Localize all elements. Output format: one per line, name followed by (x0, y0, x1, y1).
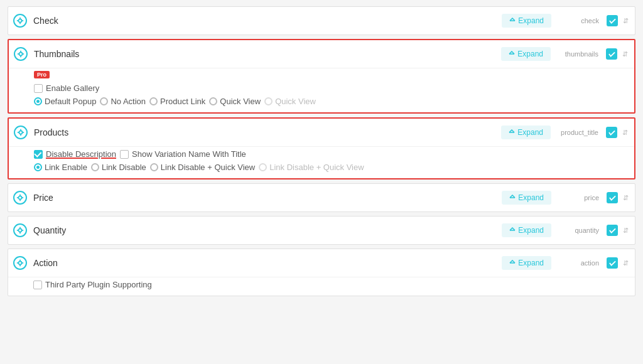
products-checkbox-label-1[interactable]: Show Variation Name With Title (120, 149, 246, 159)
products-checkbox-text-1: Show Variation Name With Title (132, 149, 246, 159)
right-section: Expandproduct_title⇵ (501, 126, 628, 139)
section-price: Price Expandprice⇵ (8, 183, 635, 212)
svg-point-15 (18, 196, 21, 199)
svg-point-0 (18, 19, 21, 22)
section-key-quantity: quantity (561, 227, 599, 234)
section-header-products: Products Expandproduct_title⇵ (9, 119, 634, 146)
thumbnails-radios-row: Default PopupNo ActionProduct LinkQuick … (34, 97, 628, 106)
toggle-action[interactable] (607, 257, 618, 269)
section-body-products: Disable DescriptionShow Variation Name W… (9, 146, 634, 178)
drag-icon[interactable] (13, 256, 27, 270)
products-checkbox-text-0: Disable Description (46, 149, 116, 159)
products-radio-2[interactable]: Link Disable + Quick View (150, 163, 255, 172)
section-title-quantity: Quantity (33, 225, 502, 235)
products-radio-0[interactable]: Link Enable (34, 163, 87, 172)
products-checkbox-0[interactable] (34, 150, 43, 159)
drag-icon[interactable] (13, 191, 27, 205)
section-title-action: Action (33, 258, 502, 268)
thumbnails-radio-btn-3[interactable] (209, 97, 217, 105)
section-drag-handle[interactable]: ⇵ (623, 17, 629, 25)
section-body-action: Third Party Plugin Supporting (8, 277, 635, 296)
right-section: Expandprice⇵ (502, 191, 629, 205)
section-key-check: check (561, 17, 599, 24)
section-header-quantity: Quantity Expandquantity⇵ (8, 217, 635, 244)
thumbnails-radio-btn-1[interactable] (100, 97, 108, 105)
thumbnails-radio-4: Quick View (264, 97, 316, 106)
thumbnails-radio-text-2: Product Link (160, 97, 205, 106)
thumbnails-row1: Pro (34, 71, 628, 80)
toggle-check[interactable] (607, 15, 618, 26)
action-checkbox-label-0[interactable]: Third Party Plugin Supporting (33, 280, 152, 289)
toggle-price[interactable] (607, 192, 618, 203)
products-radio-text-0: Link Enable (45, 163, 87, 172)
products-checkbox-1[interactable] (120, 150, 129, 159)
gallery-checkbox-label[interactable]: Enable Gallery (34, 83, 99, 93)
thumbnails-radio-text-3: Quick View (220, 97, 261, 106)
svg-point-10 (19, 131, 22, 134)
section-drag-handle[interactable]: ⇵ (622, 50, 628, 58)
section-header-check: Check Expandcheck⇵ (8, 7, 635, 35)
expand-button-quantity[interactable]: Expand (502, 223, 551, 237)
action-checkbox-0[interactable] (33, 281, 42, 289)
toggle-products[interactable] (606, 127, 617, 138)
thumbnails-radio-btn-2[interactable] (149, 97, 158, 105)
thumbnails-radio-3[interactable]: Quick View (209, 97, 261, 106)
toggle-thumbnails[interactable] (606, 48, 617, 60)
section-key-price: price (561, 194, 599, 201)
products-radio-3: Link Disable + Quick View (259, 163, 364, 172)
section-header-thumbnails: Thumbnails Expandthumbnails⇵ (9, 40, 634, 68)
thumbnails-radio-btn-4 (264, 97, 273, 105)
drag-icon[interactable] (13, 223, 27, 237)
section-title-check: Check (33, 16, 502, 26)
thumbnails-radio-text-0: Default Popup (45, 97, 96, 106)
expand-button-price[interactable]: Expand (502, 191, 551, 205)
section-header-price: Price Expandprice⇵ (8, 184, 635, 211)
right-section: Expandquantity⇵ (502, 223, 629, 237)
section-drag-handle[interactable]: ⇵ (622, 129, 628, 137)
section-title-thumbnails: Thumbnails (34, 49, 501, 59)
section-check: Check Expandcheck⇵ (8, 6, 635, 35)
products-radio-text-1: Link Disable (102, 163, 146, 172)
svg-point-25 (18, 261, 21, 264)
expand-button-check[interactable]: Expand (502, 14, 551, 28)
section-drag-handle[interactable]: ⇵ (623, 259, 629, 267)
products-radio-btn-3 (259, 163, 267, 171)
gallery-checkbox[interactable] (34, 84, 43, 93)
section-key-thumbnails: thumbnails (561, 50, 598, 58)
right-section: Expandaction⇵ (502, 256, 629, 270)
gallery-checkbox-text: Enable Gallery (46, 83, 99, 93)
products-radio-btn-2[interactable] (150, 163, 158, 171)
thumbnails-radio-0[interactable]: Default Popup (34, 97, 96, 106)
products-radio-text-3: Link Disable + Quick View (269, 163, 364, 172)
expand-button-action[interactable]: Expand (502, 256, 551, 270)
main-container: Check Expandcheck⇵ Thumbnails Expandthum… (0, 0, 643, 306)
drag-icon[interactable] (14, 126, 28, 139)
products-radio-btn-1[interactable] (91, 163, 99, 171)
products-radios-row: Link EnableLink DisableLink Disable + Qu… (34, 163, 628, 172)
section-body-thumbnails: ProEnable GalleryDefault PopupNo ActionP… (9, 68, 634, 112)
svg-point-20 (18, 228, 21, 232)
products-checkbox-label-0[interactable]: Disable Description (34, 149, 116, 159)
products-checkboxes-row: Disable DescriptionShow Variation Name W… (34, 149, 628, 159)
drag-icon[interactable] (14, 47, 28, 61)
products-radio-btn-0[interactable] (34, 163, 42, 171)
section-drag-handle[interactable]: ⇵ (623, 194, 629, 202)
drag-icon[interactable] (13, 14, 27, 28)
thumbnails-radio-text-4: Quick View (275, 97, 316, 106)
thumbnails-radio-btn-0[interactable] (34, 97, 42, 105)
gallery-row: Enable Gallery (34, 83, 628, 93)
pro-badge: Pro (34, 71, 50, 78)
section-title-products: Products (34, 127, 501, 137)
toggle-quantity[interactable] (607, 225, 618, 236)
thumbnails-radio-2[interactable]: Product Link (149, 97, 205, 106)
expand-button-products[interactable]: Expand (501, 126, 551, 139)
thumbnails-radio-1[interactable]: No Action (100, 97, 146, 106)
section-key-action: action (561, 259, 599, 267)
products-radio-1[interactable]: Link Disable (91, 163, 146, 172)
section-action: Action Expandaction⇵Third Party Plugin S… (8, 249, 635, 296)
section-quantity: Quantity Expandquantity⇵ (8, 216, 635, 245)
expand-button-thumbnails[interactable]: Expand (501, 47, 551, 61)
section-title-price: Price (33, 193, 502, 203)
right-section: Expandthumbnails⇵ (501, 47, 628, 61)
section-drag-handle[interactable]: ⇵ (623, 227, 629, 235)
